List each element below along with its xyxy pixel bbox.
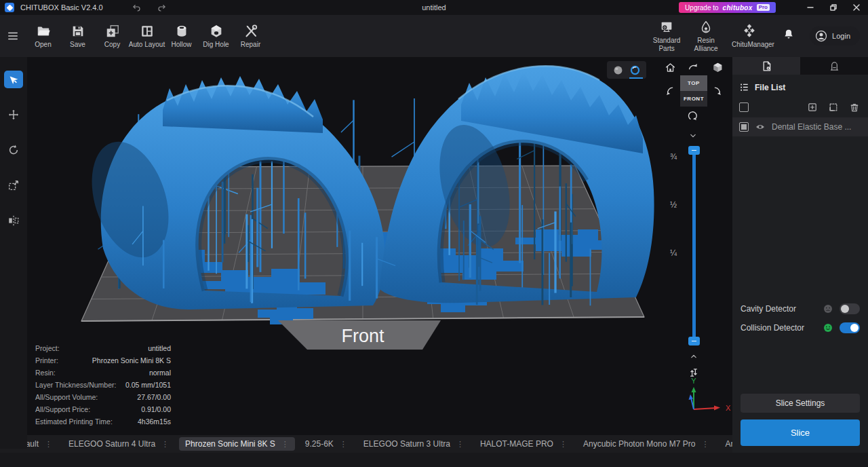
visibility-eye-icon[interactable] [755, 122, 766, 132]
tool-sidebar [0, 57, 27, 449]
printer-tab-9-25-6k[interactable]: 9.25-6K⋮ [299, 437, 353, 451]
printer-tab-elegoo-saturn-3-ultra[interactable]: ELEGOO Saturn 3 Ultra⋮ [357, 437, 470, 451]
undo-icon[interactable] [132, 3, 142, 13]
cavity-detector-row: Cavity Detector [732, 299, 868, 318]
chitubox-pro-logo: chitubox [723, 4, 753, 12]
hollow-button[interactable]: Hollow [164, 24, 199, 48]
title-bar: CHITUBOX Basic V2.4.0 untitled Upgrade t… [0, 0, 868, 15]
tab-printer[interactable] [800, 57, 868, 75]
axis-gizmo: Y X [689, 377, 732, 412]
redo-icon[interactable] [157, 3, 167, 13]
info-row-time: Estimated Printing Time:4h36m15s [35, 415, 171, 428]
rotate-right-button[interactable] [711, 85, 724, 98]
file-list-item[interactable]: Dental Elastic Base ... [732, 117, 868, 136]
solid-view-icon[interactable] [612, 64, 624, 76]
info-row-price: All/Support Price:0.91/0.00 [35, 403, 171, 415]
right-panel: File List Dental Elastic Base ... Cavity… [732, 57, 868, 453]
info-row-volume: All/Support Volume:27.67/0.00 [35, 391, 171, 403]
restore-button[interactable] [822, 0, 845, 15]
login-button[interactable]: Login [810, 26, 860, 45]
cube-view-button[interactable] [711, 60, 724, 74]
tab-menu-icon[interactable]: ⋮ [559, 440, 567, 449]
add-file-icon[interactable] [807, 102, 818, 113]
slice-button[interactable]: Slice [741, 419, 860, 446]
tab-menu-icon[interactable]: ⋮ [281, 440, 289, 449]
view-front-button[interactable]: FRONT [680, 91, 707, 107]
collision-detector-row: Collision Detector [732, 318, 868, 337]
xray-view-icon[interactable] [629, 64, 641, 76]
axis-x-label: X [726, 404, 731, 412]
open-button[interactable]: Open [26, 24, 60, 48]
tab-menu-icon[interactable]: ⋮ [161, 440, 169, 449]
tab-menu-icon[interactable]: ⋮ [340, 440, 347, 449]
rotate-tool-button[interactable] [4, 141, 23, 159]
file-name: Dental Elastic Base ... [772, 122, 851, 132]
printer-tab-elegoo-saturn-4-ultra[interactable]: ELEGOO Saturn 4 Ultra⋮ [62, 437, 175, 451]
slider-tick-quarter: ¼ [670, 248, 677, 258]
reset-clip-range-icon[interactable] [687, 366, 701, 379]
chitubox-window: CHITUBOX Basic V2.4.0 untitled Upgrade t… [0, 0, 868, 467]
dig-hole-button[interactable]: Dig Hole [199, 24, 233, 48]
upgrade-to-pro-button[interactable]: Upgrade to chitubox Pro [679, 2, 776, 13]
clip-slider-bottom-handle[interactable] [688, 337, 700, 345]
select-all-checkbox[interactable] [739, 102, 749, 112]
info-row-project: Project:untitled [35, 342, 171, 354]
cavity-detector-toggle[interactable] [840, 303, 860, 314]
save-button[interactable]: Save [60, 24, 95, 48]
expand-slider-chevron[interactable] [687, 350, 701, 363]
orbit-up-button[interactable] [686, 60, 700, 74]
resin-alliance-button[interactable]: Resin Alliance [686, 20, 726, 52]
slice-settings-button[interactable]: Slice Settings [741, 394, 860, 413]
pro-badge: Pro [757, 4, 770, 11]
3d-viewport[interactable]: Front Y X [27, 57, 732, 435]
menu-button[interactable] [0, 30, 26, 42]
copy-button[interactable]: Copy [95, 24, 130, 48]
tab-menu-icon[interactable]: ⋮ [45, 440, 52, 449]
clip-slider-top-handle[interactable] [688, 146, 700, 155]
active-mode-underline [629, 77, 643, 79]
select-tool-button[interactable] [4, 71, 23, 88]
printer-tab-halot-mage-pro[interactable]: HALOT-MAGE PRO⋮ [474, 437, 573, 451]
printer-tab-anycubic-photon-mono-m7-pro[interactable]: Anycubic Photon Mono M7 Pro⋮ [577, 437, 715, 451]
slider-tick-half: ½ [670, 200, 677, 210]
file-list-header: File List [732, 75, 868, 97]
tab-menu-icon[interactable]: ⋮ [701, 440, 709, 449]
move-tool-button[interactable] [4, 106, 23, 124]
view-cube: TOP FRONT [680, 75, 707, 107]
view-top-button[interactable]: TOP [680, 75, 707, 91]
info-row-resin: Resin:normal [35, 367, 171, 379]
auto-layout-button[interactable]: Auto Layout [130, 24, 164, 48]
standard-parts-button[interactable]: Standard Parts [647, 20, 686, 52]
mirror-tool-button[interactable] [4, 212, 23, 229]
app-logo-icon [5, 3, 14, 12]
layout-plate-icon[interactable] [828, 102, 839, 113]
rotate-left-button[interactable] [663, 85, 677, 98]
app-title: CHITUBOX Basic V2.4.0 [20, 3, 103, 12]
notifications-bell-icon[interactable] [783, 28, 795, 43]
printer-tab-phrozen-sonic-mini-8k-s[interactable]: Phrozen Sonic Mini 8K S⋮ [179, 437, 295, 451]
render-mode-toggle [607, 61, 646, 79]
chitumanager-button[interactable]: ChituManager [726, 24, 773, 49]
info-row-printer: Printer:Phrozen Sonic Mini 8K S [35, 354, 171, 367]
file-checkbox[interactable] [739, 122, 749, 132]
collision-detector-toggle[interactable] [840, 322, 860, 333]
collision-status-face-icon [823, 322, 833, 333]
printer-tab-bar: default⋮ ELEGOO Saturn 4 Ultra⋮ Phrozen … [0, 435, 732, 453]
tab-menu-icon[interactable]: ⋮ [456, 440, 464, 449]
scale-tool-button[interactable] [4, 176, 23, 194]
minimize-button[interactable] [799, 0, 822, 15]
delete-file-icon[interactable] [849, 102, 860, 113]
slider-tick-three-quarters: ¾ [670, 152, 677, 162]
front-plate-label: Front [278, 320, 441, 350]
layer-clip-slider-track[interactable] [692, 151, 696, 341]
list-icon [739, 82, 749, 92]
collapse-nav-chevron[interactable] [686, 129, 700, 143]
rotate-flip-button[interactable] [686, 109, 700, 122]
close-button[interactable] [845, 0, 868, 15]
cavity-status-face-icon [823, 303, 833, 314]
tab-file-list[interactable] [732, 57, 800, 75]
repair-button[interactable]: Repair [233, 24, 268, 48]
avatar-icon [814, 29, 828, 43]
home-view-button[interactable] [663, 60, 677, 74]
file-list-toolbar [732, 97, 868, 117]
